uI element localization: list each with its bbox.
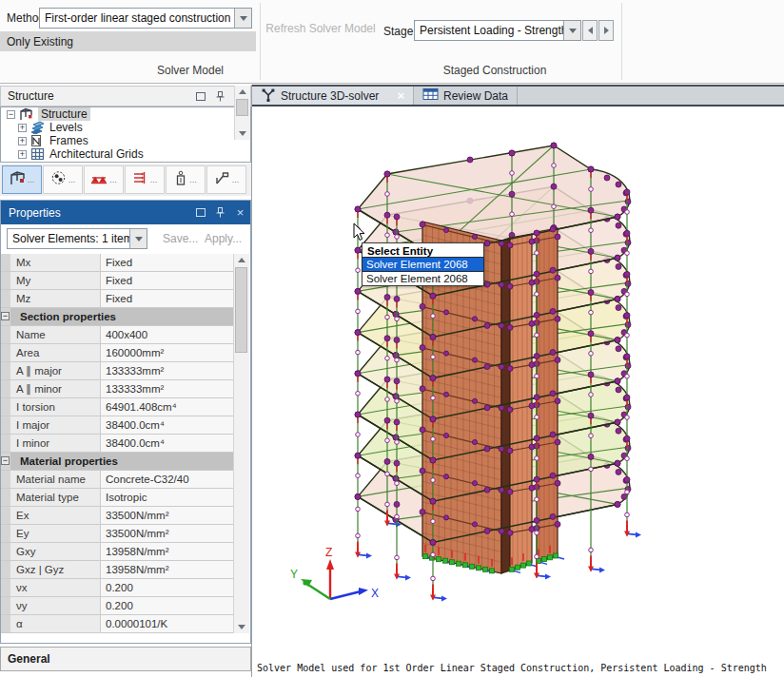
tab-label: Review Data (443, 89, 508, 103)
save-button[interactable]: Save... (163, 232, 198, 245)
tree-item-label: Structure (38, 107, 90, 121)
property-group-section-properties[interactable]: −Section properties (1, 308, 235, 326)
stage-dropdown-arrow[interactable] (563, 21, 580, 40)
solver-model-scene[interactable]: ZXY (252, 106, 783, 656)
property-row-mx: MxFixed (1, 254, 235, 272)
property-value[interactable]: 64901.408cm⁴ (101, 398, 235, 416)
expand-icon[interactable]: + (18, 137, 27, 145)
property-row-material-name: Material nameConcrete-C32/40 (1, 471, 235, 489)
row-margin: − (1, 453, 10, 470)
solver-3d-viewport[interactable]: ZXY Select Entity Solver Element 2068Sol… (252, 106, 784, 656)
tree-item-label: Levels (49, 121, 83, 134)
property-value[interactable]: 13958N/mm² (101, 543, 235, 560)
apply-button[interactable]: Apply... (205, 232, 242, 245)
structure-frame-icon (10, 170, 26, 189)
maximize-icon[interactable] (195, 91, 206, 102)
structure-tree: −Structure+Levels+Frames+Architectural G… (0, 106, 251, 163)
toolbar-button-loads[interactable]: ... (125, 165, 165, 194)
scrollbar-thumb[interactable] (235, 267, 247, 353)
scroll-down-icon[interactable] (235, 127, 249, 140)
review-table-icon (422, 87, 439, 104)
property-value[interactable]: Fixed (101, 254, 235, 271)
only-existing-bar[interactable]: Only Existing (0, 31, 256, 51)
method-dropdown-arrow[interactable] (234, 9, 251, 28)
general-section-header[interactable]: General (0, 647, 251, 671)
collapse-icon[interactable]: − (1, 456, 10, 465)
property-row-a-major: A ∥ major133333mm² (1, 362, 235, 380)
property-value[interactable]: 38400.0cm⁴ (101, 435, 235, 452)
property-value[interactable]: 13958N/mm² (101, 561, 235, 578)
tree-item-architectural-grids[interactable]: +Architectural Grids (1, 147, 250, 161)
row-margin (1, 398, 10, 416)
method-dropdown-value: First-order linear staged construction (45, 11, 230, 25)
tab-structure-3d-solver[interactable]: Structure 3D-solver× (252, 87, 414, 105)
property-group-material-properties[interactable]: −Material properties (1, 453, 235, 471)
collapse-icon[interactable]: − (1, 312, 10, 320)
property-value[interactable]: 133333mm² (101, 362, 235, 379)
property-value[interactable]: 160000mm² (101, 344, 235, 361)
expand-icon[interactable]: + (18, 150, 27, 159)
tooltip-option[interactable]: Solver Element 2068 (363, 258, 483, 271)
close-icon[interactable]: × (235, 207, 245, 218)
pin-icon[interactable] (215, 91, 225, 102)
close-tab-icon[interactable]: × (397, 88, 404, 103)
tooltip-option[interactable]: Solver Element 2068 (363, 271, 483, 285)
axis-label-z: Z (325, 546, 332, 559)
row-margin: − (1, 308, 10, 325)
toolbar-button-supports[interactable]: ... (84, 165, 124, 194)
tree-item-frames[interactable]: +Frames (1, 134, 250, 147)
property-value[interactable]: 0.0000101/K (101, 615, 235, 632)
property-value[interactable]: 33500N/mm² (101, 525, 235, 542)
properties-scrollbar[interactable] (233, 254, 249, 633)
property-value[interactable]: Isotropic (101, 489, 235, 506)
tree-item-levels[interactable]: +Levels (1, 121, 250, 134)
property-value[interactable]: 400x400 (101, 326, 235, 343)
maximize-icon[interactable] (195, 207, 206, 218)
expand-icon[interactable]: + (18, 124, 27, 132)
property-row-i-major: I major38400.0cm⁴ (1, 416, 235, 435)
property-value[interactable]: 0.200 (101, 597, 235, 614)
scroll-down-icon[interactable] (234, 621, 248, 633)
property-label: Area (10, 344, 101, 361)
toolbar-button-slab-circle[interactable]: ... (43, 165, 83, 194)
tree-item-structure[interactable]: −Structure (1, 107, 250, 121)
scrollbar-thumb[interactable] (236, 99, 248, 116)
scroll-up-icon[interactable] (234, 254, 248, 266)
pin-icon[interactable] (215, 207, 225, 218)
property-label: Gxy (10, 543, 101, 560)
toolbar-button-bracing[interactable]: ... (206, 165, 246, 194)
property-value[interactable]: Fixed (101, 272, 235, 289)
property-label: νy (10, 597, 101, 614)
selection-type-dropdown[interactable]: Solver Elements: 1 items (7, 228, 147, 249)
structure-toolbar: .................. (0, 164, 251, 196)
arrow-right-icon (604, 27, 609, 34)
row-margin (1, 561, 10, 578)
structure-panel-title: Structure (8, 89, 54, 103)
column-pin-icon (174, 170, 187, 189)
property-value[interactable]: 38400.0cm⁴ (101, 416, 235, 434)
tree-scrollbar[interactable] (234, 86, 250, 140)
collapse-icon[interactable]: − (7, 110, 15, 119)
row-margin (1, 471, 10, 488)
stage-dropdown[interactable]: Persistent Loading - Strength (414, 20, 581, 41)
toolbar-button-column-pin[interactable]: ... (166, 165, 206, 194)
property-value[interactable]: 33500N/mm² (101, 507, 235, 524)
method-dropdown[interactable]: First-order linear staged construction (39, 8, 252, 29)
selection-dropdown-arrow[interactable] (129, 229, 147, 248)
stage-next-button[interactable] (598, 20, 614, 41)
stage-dropdown-value: Persistent Loading - Strength (420, 24, 567, 37)
property-label: Gxz | Gyz (10, 561, 101, 578)
property-group-label: Section properties (10, 308, 235, 325)
scroll-up-icon[interactable] (235, 86, 249, 98)
row-margin (1, 507, 10, 524)
tab-review-data[interactable]: Review Data (414, 87, 518, 105)
properties-table: MxFixedMyFixedMzFixed−Section properties… (1, 254, 235, 633)
property-value[interactable]: Fixed (101, 290, 235, 307)
property-value[interactable]: 0.200 (101, 579, 235, 596)
chevron-down-icon (569, 29, 577, 33)
property-value[interactable]: 133333mm² (101, 380, 235, 397)
property-value[interactable]: Concrete-C32/40 (101, 471, 235, 488)
refresh-solver-model-button[interactable]: Refresh Solver Model (265, 2, 377, 55)
toolbar-button-structure-frame[interactable]: ... (2, 165, 42, 194)
stage-previous-button[interactable] (582, 20, 598, 41)
